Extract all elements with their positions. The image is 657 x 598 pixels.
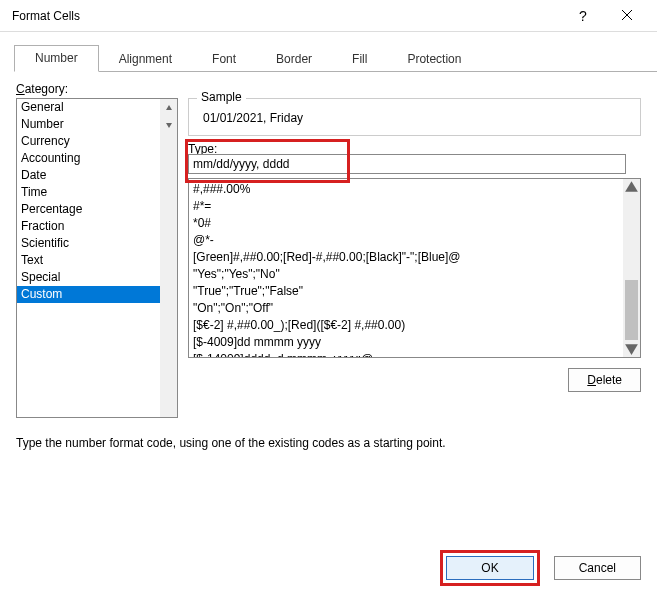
list-item[interactable]: Time [17,184,177,201]
window-title: Format Cells [12,9,561,23]
list-item[interactable]: Percentage [17,201,177,218]
ok-button[interactable]: OK [446,556,533,580]
dialog-footer: OK Cancel [440,550,641,586]
svg-marker-2 [166,105,172,110]
tab-border[interactable]: Border [256,47,332,72]
scrollbar[interactable] [623,179,640,357]
svg-marker-4 [625,181,638,192]
sample-value: 01/01/2021, Friday [197,107,632,125]
scroll-up-icon[interactable] [160,99,177,116]
list-item[interactable]: "True";"True";"False" [193,283,636,300]
list-item[interactable]: [$€-2] #,##0.00_);[Red]([$€-2] #,##0.00) [193,317,636,334]
scroll-down-icon[interactable] [623,340,640,357]
delete-button[interactable]: Delete [568,368,641,392]
list-item[interactable]: Currency [17,133,177,150]
tab-font[interactable]: Font [192,47,256,72]
tab-alignment[interactable]: Alignment [99,47,192,72]
close-button[interactable] [605,8,649,23]
sample-box: Sample 01/01/2021, Friday [188,98,641,136]
list-item[interactable]: [$-14009]dddd, d mmmm, yyyy;@ [193,351,636,358]
list-item[interactable]: *0# [193,215,636,232]
titlebar: Format Cells ? [0,0,657,32]
category-listbox[interactable]: General Number Currency Accounting Date … [16,98,178,418]
list-item[interactable]: General [17,99,177,116]
list-item[interactable]: "On";"On";"Off" [193,300,636,317]
list-item[interactable]: Custom [17,286,177,303]
sample-label: Sample [197,90,246,104]
scroll-down-icon[interactable] [160,116,177,133]
scrollbar-thumb[interactable] [625,280,638,340]
list-item[interactable]: #*= [193,198,636,215]
list-item[interactable]: [Green]#,##0.00;[Red]-#,##0.00;[Black]"-… [193,249,636,266]
scroll-up-icon[interactable] [623,179,640,196]
list-item[interactable]: Accounting [17,150,177,167]
category-label: Category: [16,82,641,96]
list-item[interactable]: Special [17,269,177,286]
list-item[interactable]: Scientific [17,235,177,252]
list-item[interactable]: [$-4009]dd mmmm yyyy [193,334,636,351]
list-item[interactable]: #,###.00% [193,181,636,198]
svg-marker-5 [625,344,638,355]
cancel-button[interactable]: Cancel [554,556,641,580]
highlight-box: OK [440,550,539,586]
help-button[interactable]: ? [561,8,605,24]
tab-bar: Number Alignment Font Border Fill Protec… [14,44,657,72]
list-item[interactable]: Number [17,116,177,133]
tab-protection[interactable]: Protection [387,47,481,72]
list-item[interactable]: Fraction [17,218,177,235]
svg-marker-3 [166,123,172,128]
list-item[interactable]: "Yes";"Yes";"No" [193,266,636,283]
list-item[interactable]: Date [17,167,177,184]
type-input[interactable] [188,154,626,174]
tab-fill[interactable]: Fill [332,47,387,72]
list-item[interactable]: @*- [193,232,636,249]
tab-number[interactable]: Number [14,45,99,72]
close-icon [622,10,632,20]
scrollbar[interactable] [160,99,177,417]
format-codes-listbox[interactable]: #,###.00% #*= *0# @*- [Green]#,##0.00;[R… [188,178,641,358]
list-item[interactable]: Text [17,252,177,269]
hint-text: Type the number format code, using one o… [16,436,641,450]
